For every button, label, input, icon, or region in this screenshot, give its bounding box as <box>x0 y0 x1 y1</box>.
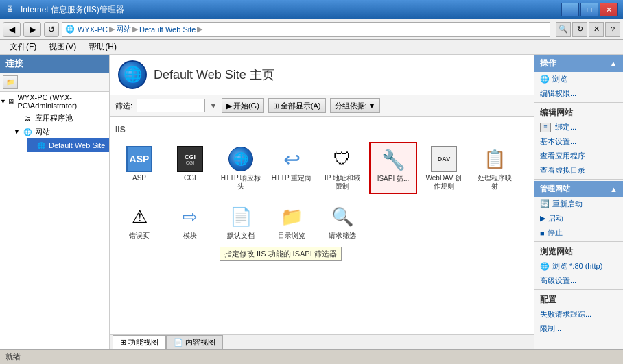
filter-group-btn[interactable]: 分组依据: ▼ <box>330 98 381 113</box>
icon-module[interactable]: ⇨ 模块 <box>166 199 214 243</box>
feature-view-label: 功能视图 <box>128 337 158 348</box>
action-restart[interactable]: 🔄 重新启动 <box>534 197 623 211</box>
action-limits[interactable]: 限制... <box>534 321 623 336</box>
address-path-root: WYX-PC <box>78 25 108 34</box>
action-view-apps[interactable]: 查看应用程序 <box>534 149 623 163</box>
sidebar-item-apppool[interactable]: 🗂 应用程序池 <box>14 111 109 125</box>
section-title-edit-site: 编辑网站 <box>534 104 623 120</box>
request-filter-label: 请求筛选 <box>329 232 356 240</box>
menu-file[interactable]: 文件(F) <box>4 40 42 54</box>
right-panel-collapse[interactable]: ▲ <box>609 59 618 69</box>
divider-1 <box>534 102 623 103</box>
icon-isapi-filter[interactable]: 🔧 ISAPI 筛... <box>369 142 417 194</box>
http-redirect-label: HTTP 重定向 <box>272 174 312 182</box>
tab-content-view[interactable]: 📄 内容视图 <box>166 335 223 349</box>
menu-help[interactable]: 帮助(H) <box>83 40 122 54</box>
action-edit-permissions[interactable]: 编辑权限... <box>534 86 623 101</box>
title-bar: 🖥 Internet 信息服务(IIS)管理器 ─ □ ✕ <box>0 0 623 19</box>
icon-http-redirect[interactable]: ↩ HTTP 重定向 <box>268 142 316 194</box>
ip-domain-label: IP 地址和域限制 <box>325 174 360 191</box>
sidebar-new-btn[interactable]: 📁 <box>3 75 18 89</box>
default-doc-icon-box: 📄 <box>227 203 255 230</box>
section-manage-site: 管理网站 ▲ <box>534 181 623 197</box>
error-icon-box: ⚠ <box>126 203 153 230</box>
module-icon: ⇨ <box>183 206 198 228</box>
module-icon-box: ⇨ <box>176 203 204 230</box>
icon-error[interactable]: ⚠ 错误页 <box>115 199 163 243</box>
refresh-button[interactable]: ↺ <box>44 22 59 37</box>
close-button[interactable]: ✕ <box>600 3 618 16</box>
request-filter-icon: 🔍 <box>331 206 353 228</box>
icon-dir-browse[interactable]: 📁 目录浏览 <box>268 199 316 243</box>
action-view-vdirs[interactable]: 查看虚拟目录 <box>534 163 623 178</box>
address-btn-1[interactable]: 🔍 <box>556 22 571 37</box>
icon-http-header[interactable]: 🌐 HTTP 响应标头 <box>217 142 265 194</box>
right-panel-header: 操作 ▲ <box>534 55 623 72</box>
filter-input[interactable] <box>137 99 205 112</box>
menu-bar: 文件(F) 视图(V) 帮助(H) <box>0 40 623 55</box>
window-title: Internet 信息服务(IIS)管理器 <box>21 4 561 16</box>
manage-site-collapse[interactable]: ▲ <box>610 185 618 193</box>
content-header-icon: 🌐 <box>118 60 147 89</box>
address-btn-3[interactable]: ✕ <box>589 22 604 37</box>
action-failed-request[interactable]: 失败请求跟踪... <box>534 307 623 321</box>
icon-handler[interactable]: 📋 处理程序映射 <box>471 142 519 194</box>
divider-4 <box>534 289 623 290</box>
sidebar-default-site-label: Default Web Site <box>49 141 105 149</box>
help-button[interactable]: ? <box>605 22 620 37</box>
sidebar-apppool-label: 应用程序池 <box>35 113 73 123</box>
filter-dropdown-btn[interactable]: ▼ <box>209 101 218 110</box>
address-field[interactable]: 🌐 WYX-PC ▶ 网站 ▶ Default Web Site ▶ <box>62 22 550 37</box>
menu-view[interactable]: 视图(V) <box>43 40 82 54</box>
start-icon: ▶ <box>226 101 232 110</box>
computer-icon: 🖥 <box>7 96 16 107</box>
http-header-icon: 🌐 <box>228 147 253 171</box>
content-area: 🌐 Default Web Site 主页 筛选: ▼ ▶ 开始(G) ⊞ 全部… <box>110 55 534 349</box>
action-stop[interactable]: ■ 停止 <box>534 226 623 240</box>
dir-browse-icon-box: 📁 <box>278 203 305 230</box>
maximize-button[interactable]: □ <box>580 3 598 16</box>
sidebar-item-default-site[interactable]: 🌐 Default Web Site <box>27 138 109 152</box>
address-btn-2[interactable]: ↻ <box>572 22 587 37</box>
sites-icon: 🌐 <box>22 126 33 137</box>
action-browse-80[interactable]: 🌐 浏览 *:80 (http) <box>534 259 623 274</box>
sidebar-root-label: WYX-PC (WYX-PC\Administrator) <box>17 93 109 110</box>
module-label: 模块 <box>183 232 197 240</box>
minimize-button[interactable]: ─ <box>561 3 579 16</box>
action-start[interactable]: ▶ 启动 <box>534 211 623 226</box>
sidebar-item-root[interactable]: ▼ 🖥 WYX-PC (WYX-PC\Administrator) <box>0 92 109 111</box>
icon-cgi[interactable]: CGI CGI CGI <box>166 142 214 194</box>
action-bind[interactable]: ≡ 绑定... <box>534 120 623 134</box>
showall-icon: ⊞ <box>273 101 279 110</box>
filter-start-btn[interactable]: ▶ 开始(G) <box>222 98 264 113</box>
right-panel-scroll: 🌐 浏览 编辑权限... 编辑网站 ≡ 绑定... 基本设置... 查看应用程序… <box>534 72 623 349</box>
icon-request-filter[interactable]: 🔍 请求筛选 <box>318 199 366 243</box>
action-basic-settings[interactable]: 基本设置... <box>534 134 623 149</box>
action-advanced-settings[interactable]: 高级设置... <box>534 274 623 288</box>
default-doc-label: 默认文档 <box>227 232 255 240</box>
content-header-title: Default Web Site 主页 <box>154 66 274 83</box>
back-button[interactable]: ◀ <box>3 22 21 37</box>
tab-feature-view[interactable]: ⊞ 功能视图 <box>113 335 166 349</box>
sidebar-item-sites[interactable]: ▼ 🌐 网站 <box>14 125 109 138</box>
stop-icon: ■ <box>540 229 545 237</box>
restart-icon: 🔄 <box>540 199 550 208</box>
icon-ip-domain[interactable]: 🛡 IP 地址和域限制 <box>318 142 366 194</box>
cgi-icon: CGI CGI <box>177 146 203 172</box>
http-header-icon-box: 🌐 <box>227 145 255 173</box>
action-browse[interactable]: 🌐 浏览 <box>534 72 623 86</box>
isapi-filter-icon-box: 🔧 <box>379 146 407 173</box>
iis-section-label: IIS <box>115 125 528 136</box>
icon-webdav[interactable]: DAV WebDAV 创作规则 <box>420 142 468 194</box>
sidebar-toolbar: 📁 <box>0 73 109 92</box>
http-header-label: HTTP 响应标头 <box>221 174 261 191</box>
cgi-icon-box: CGI CGI <box>176 145 204 173</box>
forward-button[interactable]: ▶ <box>23 22 41 37</box>
browse-80-icon: 🌐 <box>540 262 550 271</box>
webdav-icon-box: DAV <box>430 145 458 173</box>
icon-default-doc[interactable]: 📄 默认文档 <box>217 199 265 243</box>
icon-asp[interactable]: ASP ASP <box>115 142 163 194</box>
isapi-filter-label: ISAPI 筛... <box>377 175 410 183</box>
browse-icon: 🌐 <box>540 75 550 84</box>
filter-showall-btn[interactable]: ⊞ 全部显示(A) <box>268 98 326 113</box>
